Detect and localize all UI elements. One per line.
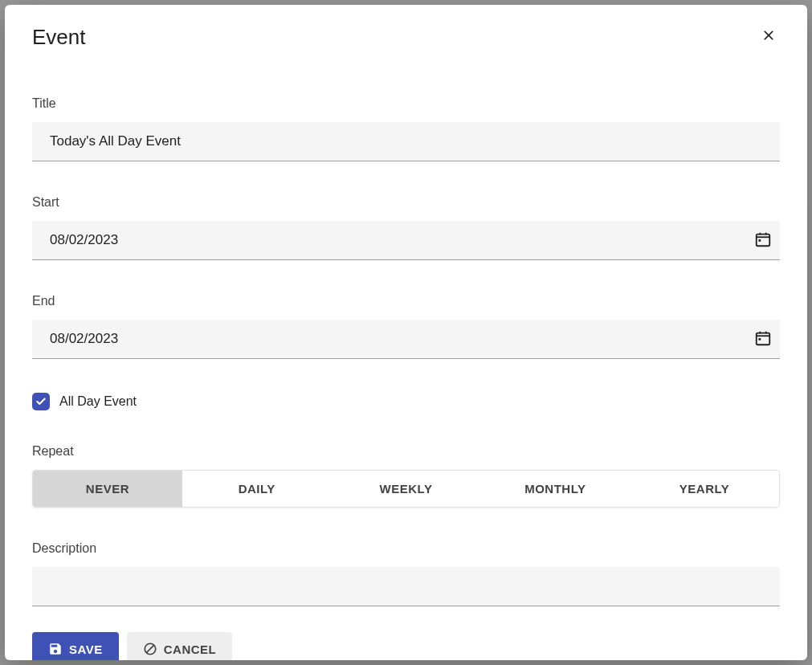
start-date-input[interactable] xyxy=(32,221,780,260)
cancel-icon xyxy=(143,642,157,656)
close-icon xyxy=(761,27,777,43)
description-label: Description xyxy=(32,541,780,556)
save-icon xyxy=(48,642,63,656)
svg-rect-9 xyxy=(759,338,761,341)
end-label: End xyxy=(32,294,780,308)
repeat-option-monthly[interactable]: MONTHLY xyxy=(480,471,630,507)
end-date-wrapper xyxy=(32,320,780,359)
check-icon xyxy=(35,396,47,407)
start-field-group: Start xyxy=(32,195,780,260)
event-modal: Event Title Start End xyxy=(5,5,807,660)
svg-line-11 xyxy=(146,645,154,653)
description-input[interactable] xyxy=(32,567,780,606)
modal-header: Event xyxy=(32,24,780,50)
modal-title: Event xyxy=(32,25,86,50)
all-day-label[interactable]: All Day Event xyxy=(59,394,137,409)
title-label: Title xyxy=(32,96,780,111)
repeat-option-weekly[interactable]: WEEKLY xyxy=(332,471,481,507)
repeat-option-yearly[interactable]: YEARLY xyxy=(630,471,779,507)
calendar-icon[interactable] xyxy=(754,329,772,350)
start-date-wrapper xyxy=(32,221,780,260)
repeat-label: Repeat xyxy=(32,444,780,459)
button-row: SAVE CANCEL xyxy=(32,632,780,660)
cancel-button-label: CANCEL xyxy=(164,643,217,656)
repeat-option-never[interactable]: NEVER xyxy=(33,471,182,507)
svg-rect-0 xyxy=(757,234,770,246)
all-day-checkbox[interactable] xyxy=(32,393,50,410)
repeat-field-group: Repeat NEVER DAILY WEEKLY MONTHLY YEARLY xyxy=(32,444,780,508)
svg-rect-5 xyxy=(757,332,770,345)
svg-rect-4 xyxy=(759,239,761,242)
close-button[interactable] xyxy=(757,24,780,50)
description-field-group: Description xyxy=(32,541,780,606)
repeat-segmented-control: NEVER DAILY WEEKLY MONTHLY YEARLY xyxy=(32,470,780,508)
title-field-group: Title xyxy=(32,96,780,161)
save-button-label: SAVE xyxy=(69,643,103,656)
cancel-button[interactable]: CANCEL xyxy=(127,632,233,660)
save-button[interactable]: SAVE xyxy=(32,632,119,660)
end-field-group: End xyxy=(32,294,780,359)
title-input[interactable] xyxy=(32,122,780,161)
start-label: Start xyxy=(32,195,780,210)
end-date-input[interactable] xyxy=(32,320,780,359)
calendar-icon[interactable] xyxy=(754,231,772,251)
all-day-checkbox-group: All Day Event xyxy=(32,393,780,410)
repeat-option-daily[interactable]: DAILY xyxy=(182,471,332,507)
